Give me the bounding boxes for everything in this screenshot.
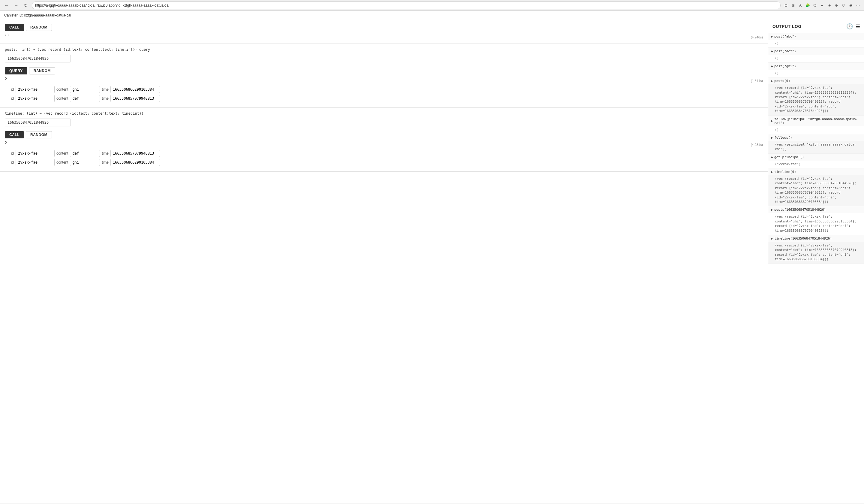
canister-id-bar: Canister ID: kzfgh-aaaaa-aaaak-qatua-cai [0, 11, 864, 20]
log-entry-body: () [768, 55, 864, 62]
posts-time-label-1: time [102, 96, 109, 100]
chevron-right-icon: ▶ [771, 237, 773, 240]
query-button[interactable]: QUERY [5, 67, 27, 74]
posts-record-1-row: id content time [5, 95, 763, 102]
timeline-time-value-1[interactable] [110, 159, 160, 166]
top-call-button[interactable]: CALL [5, 24, 24, 31]
log-entry-header[interactable]: ▶posts(0) [768, 77, 864, 84]
output-log-title: OUTPUT LOG [772, 24, 802, 29]
timeline-record-1-row: id content time [5, 159, 763, 166]
log-entry-header[interactable]: ▶timeline(0) [768, 168, 864, 175]
posts-input[interactable] [5, 55, 71, 62]
log-entry: ▶post("ghi")() [768, 63, 864, 77]
log-entry-body: (vec (record {id="2vxsx-fae"; content="g… [768, 84, 864, 115]
reload-button[interactable]: ↻ [22, 2, 29, 9]
log-entry: ▶post("abc")() [768, 33, 864, 48]
list-icon[interactable]: ☰ [855, 24, 860, 29]
posts-content-label-0: content [57, 87, 68, 92]
chevron-right-icon: ▶ [771, 208, 773, 211]
output-log-header: OUTPUT LOG 🕐 ☰ [768, 20, 864, 33]
log-entry-label: timeline(1663506847051844926) [774, 237, 832, 240]
timeline-random-button[interactable]: RANDOM [26, 131, 52, 139]
top-result: () [5, 33, 9, 37]
top-random-button[interactable]: RANDOM [26, 24, 52, 31]
ext4-icon: ◈ [826, 2, 832, 9]
timeline-id-label-1: id [5, 160, 14, 165]
log-entry-body: (vec (record {id="2vxsx-fae"; content="d… [768, 242, 864, 264]
timeline-time-value-0[interactable] [110, 150, 160, 157]
posts-section: posts: (int) → (vec record {id:text; con… [0, 44, 768, 108]
log-entry-label: follows() [774, 136, 792, 140]
log-entry-header[interactable]: ▶posts(1663506847051844926) [768, 206, 864, 213]
posts-random-button[interactable]: RANDOM [29, 67, 55, 74]
posts-btn-row [5, 55, 763, 65]
log-entry: ▶posts(0)(vec (record {id="2vxsx-fae"; c… [768, 77, 864, 115]
log-entry: ▶timeline(1663506847051844926)(vec (reco… [768, 235, 864, 264]
log-entry-label: post("abc") [774, 35, 796, 38]
log-entry: ▶post("def")() [768, 48, 864, 62]
post-section: CALL RANDOM () (4.246s) [0, 20, 768, 44]
call-button[interactable]: CALL [5, 131, 24, 139]
ext7-icon: ◉ [848, 2, 854, 9]
output-log-panel: OUTPUT LOG 🕐 ☰ ▶post("abc")()▶post("def"… [768, 20, 864, 503]
chevron-right-icon: ▶ [771, 170, 773, 173]
url-bar[interactable]: https://a4gq6-oaaaa-aaaab-qaa4q-cai.raw.… [32, 1, 781, 9]
posts-timing: (1.344s) [751, 79, 763, 83]
log-entry: ▶follow(principal "kzfgh-aaaaa-aaaak-qat… [768, 116, 864, 134]
log-entry-body: () [768, 70, 864, 77]
timeline-record-1: id content time [5, 159, 763, 166]
log-entry-label: timeline(0) [774, 170, 796, 174]
posts-content-value-0[interactable] [70, 86, 100, 93]
top-timing: (4.246s) [751, 35, 763, 39]
forward-button[interactable]: → [13, 2, 20, 9]
log-entry-header[interactable]: ▶timeline(1663506847051844926) [768, 235, 864, 242]
log-entry-header[interactable]: ▶get_principal() [768, 154, 864, 160]
log-entry-label: post("def") [774, 49, 796, 53]
log-entry-header[interactable]: ▶post("ghi") [768, 63, 864, 70]
posts-record-1: id content time [5, 95, 763, 102]
timeline-content-value-1[interactable] [70, 159, 100, 166]
log-entry-header[interactable]: ▶post("def") [768, 48, 864, 55]
log-entry: ▶follows()(vec (principal "kzfgh-aaaaa-a… [768, 134, 864, 154]
timeline-input[interactable] [5, 119, 71, 127]
posts-time-value-1[interactable] [110, 95, 160, 102]
chevron-right-icon: ▶ [771, 64, 773, 68]
posts-id-value-1[interactable] [16, 95, 55, 102]
log-entry-header[interactable]: ▶post("abc") [768, 33, 864, 40]
posts-time-label-0: time [102, 87, 109, 92]
log-entry-header[interactable]: ▶follows() [768, 134, 864, 141]
posts-time-value-0[interactable] [110, 86, 160, 93]
posts-content-value-1[interactable] [70, 95, 100, 102]
timeline-content-label-0: content [57, 151, 68, 156]
log-entry-body: () [768, 40, 864, 47]
chevron-right-icon: ▶ [771, 119, 773, 122]
timeline-id-label-0: id [5, 151, 14, 156]
posts-id-label-0: id [5, 87, 14, 92]
posts-id-value-0[interactable] [16, 86, 55, 93]
timeline-content-value-0[interactable] [70, 150, 100, 157]
posts-section-header: posts: (int) → (vec record {id:text; con… [5, 47, 763, 52]
log-entries: ▶post("abc")()▶post("def")()▶post("ghi")… [768, 33, 864, 503]
ext6-icon: 🛡 [841, 2, 847, 9]
posts-id-label-1: id [5, 96, 14, 100]
posts-result-count: 2 [5, 77, 7, 81]
timeline-time-label-0: time [102, 151, 109, 156]
timeline-input-row [5, 119, 763, 129]
extension-icon: 🧩 [805, 2, 811, 9]
log-entry-body: ("2vxsx-fae") [768, 160, 864, 168]
log-entry-label: get_principal() [774, 155, 804, 159]
log-entry-label: follow(principal "kzfgh-aaaaa-aaaak-qatu… [774, 117, 861, 125]
menu-icon[interactable]: ⋯ [855, 2, 861, 9]
clock-icon[interactable]: 🕐 [846, 23, 853, 30]
posts-action-row: QUERY RANDOM [5, 67, 763, 74]
main-layout: CALL RANDOM () (4.246s) posts: (int) → (… [0, 20, 864, 503]
log-entry-body: (vec (principal "kzfgh-aaaaa-aaaak-qatua… [768, 141, 864, 153]
timeline-id-value-1[interactable] [16, 159, 55, 166]
grid-icon: ⊞ [790, 2, 796, 9]
posts-record-0: id content time [5, 86, 763, 93]
timeline-id-value-0[interactable] [16, 150, 55, 157]
back-button[interactable]: ← [3, 2, 10, 9]
browser-bar: ← → ↻ https://a4gq6-oaaaa-aaaab-qaa4q-ca… [0, 0, 864, 11]
log-entry: ▶get_principal()("2vxsx-fae") [768, 154, 864, 168]
log-entry-header[interactable]: ▶follow(principal "kzfgh-aaaaa-aaaak-qat… [768, 116, 864, 127]
